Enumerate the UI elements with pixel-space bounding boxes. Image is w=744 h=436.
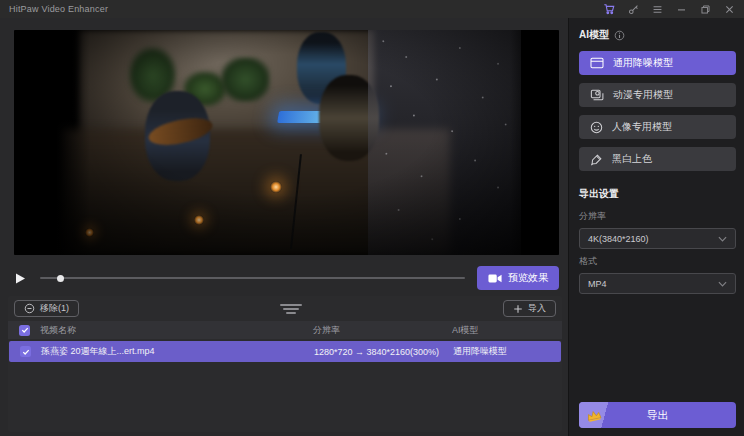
model-button-colorize[interactable]: 黑白上色 — [579, 147, 736, 171]
colorize-icon — [590, 153, 603, 166]
remove-icon — [24, 303, 35, 314]
ai-models-heading: AI模型 — [579, 28, 736, 42]
player-controls: 预览效果 — [14, 262, 559, 294]
model-label: 动漫专用模型 — [613, 88, 673, 102]
camera-icon — [488, 273, 502, 284]
row-checkbox[interactable] — [20, 346, 31, 357]
portrait-icon — [590, 121, 603, 134]
minimize-icon[interactable] — [676, 4, 687, 15]
play-button[interactable] — [14, 270, 30, 286]
row-ai-model: 通用降噪模型 — [453, 345, 507, 358]
row-resolution: 1280*720 → 3840*2160(300%) — [314, 347, 439, 357]
progress-handle[interactable] — [57, 275, 64, 282]
titlebar: HitPaw Video Enhancer — [0, 0, 744, 18]
info-icon[interactable] — [614, 30, 625, 41]
model-label: 黑白上色 — [612, 152, 652, 166]
model-button-animation[interactable]: 动漫专用模型 — [579, 83, 736, 107]
collapse-handle[interactable] — [270, 301, 312, 317]
video-frame — [14, 30, 559, 255]
app-window: HitPaw Video Enhancer — [0, 0, 744, 436]
sidebar: AI模型 通用降噪模型 动漫专用模型 人像专用模型 — [568, 18, 744, 436]
export-label: 导出 — [647, 408, 669, 423]
titlebar-controls — [603, 3, 735, 15]
cart-icon[interactable] — [603, 3, 615, 15]
progress-track — [40, 277, 465, 279]
column-ai-model: AI模型 — [452, 324, 479, 337]
frame-icon — [590, 57, 604, 69]
format-label: 格式 — [579, 255, 736, 268]
resolution-value: 4K(3840*2160) — [588, 234, 649, 244]
crown-icon — [586, 409, 602, 422]
row-video-name: 孫燕姿 20週年線上...ert.mp4 — [41, 345, 155, 358]
format-select[interactable]: MP4 — [579, 273, 736, 294]
resolution-label: 分辨率 — [579, 210, 736, 223]
model-label: 人像专用模型 — [612, 120, 672, 134]
key-icon[interactable] — [628, 4, 639, 15]
preview-effect-button[interactable]: 预览效果 — [477, 266, 559, 290]
video-preview — [14, 30, 559, 255]
column-resolution: 分辨率 — [313, 324, 340, 337]
close-icon[interactable] — [724, 4, 735, 15]
main-area: 预览效果 移除(1) 导入 — [0, 18, 568, 436]
preview-effect-label: 预览效果 — [508, 271, 548, 285]
file-list-panel: 移除(1) 导入 视频名称 分辨率 AI模型 — [8, 296, 562, 432]
file-table-header: 视频名称 分辨率 AI模型 — [8, 321, 562, 339]
menu-icon[interactable] — [652, 4, 663, 15]
crown-badge — [579, 402, 615, 428]
format-value: MP4 — [588, 279, 607, 289]
scene-vignette — [14, 30, 559, 255]
ai-models-title: AI模型 — [579, 28, 609, 42]
model-button-portrait[interactable]: 人像专用模型 — [579, 115, 736, 139]
column-video-name: 视频名称 — [40, 324, 76, 337]
remove-button[interactable]: 移除(1) — [14, 300, 79, 317]
model-label: 通用降噪模型 — [613, 56, 673, 70]
plus-icon — [513, 304, 523, 314]
export-settings-title: 导出设置 — [579, 187, 619, 201]
export-button[interactable]: 导出 — [579, 402, 736, 428]
select-all-checkbox[interactable] — [19, 325, 30, 336]
import-label: 导入 — [528, 302, 546, 315]
resolution-select[interactable]: 4K(3840*2160) — [579, 228, 736, 249]
window-title: HitPaw Video Enhancer — [9, 4, 108, 14]
import-button[interactable]: 导入 — [503, 300, 556, 317]
remove-label: 移除(1) — [40, 302, 69, 315]
photos-icon — [590, 89, 604, 102]
model-button-general-denoise[interactable]: 通用降噪模型 — [579, 51, 736, 75]
restore-icon[interactable] — [700, 4, 711, 15]
progress-slider[interactable] — [40, 272, 465, 284]
file-toolbar: 移除(1) 导入 — [8, 296, 562, 321]
chevron-down-icon — [718, 236, 727, 242]
chevron-down-icon — [718, 281, 727, 287]
table-row[interactable]: 孫燕姿 20週年線上...ert.mp4 1280*720 → 3840*216… — [9, 341, 561, 362]
export-settings-heading: 导出设置 — [579, 187, 736, 201]
